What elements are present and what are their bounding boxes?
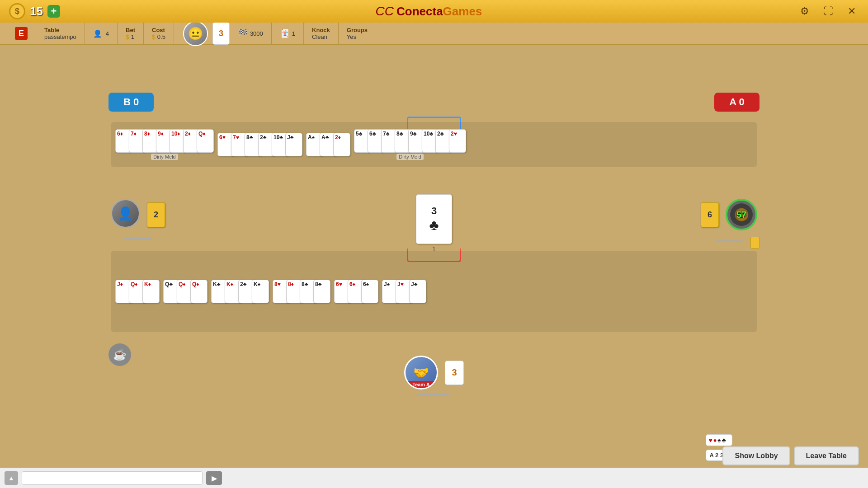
cost-value: 0.5 [157, 33, 165, 40]
left-player-line [124, 238, 151, 239]
groups-label: Groups [347, 27, 368, 33]
bottom-meld-1: J♦ Q♦ K♦ [115, 280, 160, 303]
cost-label: Cost [152, 27, 165, 33]
cards-count: 1 [292, 30, 295, 37]
left-player-avatar: 👤 [111, 199, 140, 228]
dollar-icon: $ [126, 33, 129, 41]
add-credits-button[interactable]: + [47, 5, 60, 18]
card[interactable]: J♣ [285, 133, 302, 156]
bet-label: Bet [126, 27, 135, 33]
top-meld-4: 5♣ 6♣ 7♣ 8♣ 9♣ 10♣ 2♣ 2♥ Dirty Meld [354, 129, 466, 160]
groups-value: Yes [347, 33, 368, 40]
bottom-meld-6: J♠ J♥ J♣ [382, 280, 426, 303]
right-player-card-back: 6 [701, 202, 719, 227]
coin-icon: $ [9, 3, 25, 19]
card[interactable]: K♠ [252, 280, 269, 303]
bet-value: 1 [131, 33, 134, 40]
top-meld-4-cards: 5♣ 6♣ 7♣ 8♣ 9♣ 10♣ 2♣ 2♥ [354, 129, 466, 153]
logo: CC ConectaGames [376, 4, 482, 19]
logo-text: ConectaGames [396, 5, 482, 19]
bottom-buttons: Show Lobby Leave Table [722, 446, 859, 465]
discard-card[interactable]: 3 ♣ [416, 194, 452, 244]
top-player-card-display: 3 [212, 22, 230, 45]
bet-section: Bet $ 1 [118, 23, 144, 44]
players-count: 4 [106, 30, 109, 37]
top-bar: $ 15 + CC ConectaGames ⚙ ⛶ ✕ [0, 0, 868, 23]
top-meld-2-cards: 6♥ 7♥ 8♣ 2♣ 10♣ J♣ [217, 133, 302, 156]
credits-display: 15 [30, 5, 43, 19]
bottom-meld-3-cards: K♣ K♦ 2♣ K♠ [211, 280, 269, 303]
timer-section: 🏁 3000 [230, 23, 272, 44]
card[interactable]: 2♥ [449, 129, 466, 153]
table-section: Table passatempo [36, 23, 85, 44]
card-set-1[interactable]: ♥ ♦ ♠ ♣ [706, 434, 732, 446]
meld-label: Dirty Meld [151, 154, 178, 160]
bottom-player-card-display: 3 [445, 361, 464, 385]
fullscreen-icon[interactable]: ⛶ [821, 4, 835, 19]
score-b: B 0 [108, 93, 154, 112]
bottom-player-line [418, 394, 450, 395]
players-icon: 👤 [93, 29, 102, 38]
bottom-meld-5-cards: 6♥ 6♦ 6♠ [334, 280, 378, 303]
right-player-yellow-card [750, 237, 760, 249]
leave-table-button[interactable]: Leave Table [794, 446, 859, 465]
bottom-meld-1-cards: J♦ Q♦ K♦ [115, 280, 160, 303]
left-player-card-count: 2 [154, 210, 158, 220]
top-meld-3-cards: A♠ A♣ 2♦ [306, 133, 350, 156]
right-player-cards-container: 6 [701, 202, 719, 227]
card[interactable]: 6♠ [361, 280, 378, 303]
bottom-meld-6-cards: J♠ J♥ J♣ [382, 280, 426, 303]
cost-dollar-icon: $ [152, 33, 156, 41]
center-player-section: 😐 3 [183, 21, 230, 46]
center-discard-area: 3 ♣ 1 [416, 194, 452, 253]
logo-icon: CC [376, 4, 394, 19]
right-player-timer: 57 [726, 199, 757, 230]
cards-section: 🃏 1 [272, 23, 304, 44]
top-meld-1-cards: 6♦ 7♦ 8♦ 9♦ 10♦ 2♦ Q♦ [115, 129, 214, 153]
card[interactable]: Q♦ [197, 129, 214, 153]
bottom-player-area: 🤝 Team A 3 [404, 356, 464, 395]
chat-bar: ▲ ▶ [0, 468, 868, 488]
settings-icon[interactable]: ⚙ [797, 4, 812, 19]
bottom-player-avatar-container: 🤝 Team A [404, 356, 438, 389]
top-player-avatar: 😐 [183, 21, 208, 46]
card[interactable]: K♦ [142, 280, 160, 303]
bottom-player-row: 🤝 Team A 3 [404, 356, 464, 389]
top-right-controls: ⚙ ⛶ ✕ [797, 4, 859, 19]
info-bar: E Table passatempo 👤 4 Bet $ 1 Cost $ 0.… [0, 23, 868, 45]
card[interactable]: 2♦ [333, 133, 350, 156]
left-player-card-back: 2 [147, 202, 165, 227]
bottom-player-avatar: 🤝 Team A [404, 356, 438, 389]
bottom-meld-2: Q♣ Q♦ Q♦ [163, 280, 208, 303]
bottom-meld-3: K♣ K♦ 2♣ K♠ [211, 280, 269, 303]
players-section: 👤 4 [85, 23, 118, 44]
close-icon[interactable]: ✕ [844, 4, 859, 19]
card[interactable]: Q♦ [190, 280, 208, 303]
top-meld-1: 6♦ 7♦ 8♦ 9♦ 10♦ 2♦ Q♦ Dirty Meld [115, 129, 214, 160]
card[interactable]: J♣ [409, 280, 426, 303]
right-player-area: 6 😊 57 [701, 199, 757, 230]
score-a: A 0 [714, 93, 760, 112]
table-label: Table [44, 27, 76, 33]
game-area: B 0 A 0 6♦ 7♦ 8♦ 9♦ 10♦ 2♦ Q♦ Dirty Meld… [0, 45, 868, 488]
top-meld-2: 6♥ 7♥ 8♣ 2♣ 10♣ J♣ [217, 133, 302, 156]
discard-value: 3 [431, 205, 437, 217]
groups-section: Groups Yes [339, 23, 376, 44]
chat-input[interactable] [22, 471, 203, 485]
team-a-badge: Team A [406, 381, 437, 388]
right-player-card-count: 6 [708, 210, 712, 220]
right-player-line [716, 240, 743, 242]
top-meld-area: 6♦ 7♦ 8♦ 9♦ 10♦ 2♦ Q♦ Dirty Meld 6♥ 7♥ 8… [111, 122, 757, 167]
bottom-meld-4: 8♥ 8♦ 8♣ 8♣ [273, 280, 330, 303]
left-player-area: 👤 2 [111, 199, 165, 228]
coffee-button[interactable]: ☕ [108, 343, 131, 366]
spade-card-icon: ♠ [717, 436, 721, 444]
player-badge-section: E [7, 23, 36, 44]
player-badge: E [15, 27, 28, 40]
bottom-meld-area: J♦ Q♦ K♦ Q♣ Q♦ Q♦ K♣ K♦ 2♣ K♠ 8♥ [111, 251, 757, 332]
show-lobby-button[interactable]: Show Lobby [722, 446, 790, 465]
card[interactable]: 8♣ [313, 280, 330, 303]
chat-toggle-button[interactable]: ▲ [5, 471, 18, 485]
timer-icon: 🏁 [238, 28, 248, 38]
chat-send-button[interactable]: ▶ [206, 471, 222, 485]
